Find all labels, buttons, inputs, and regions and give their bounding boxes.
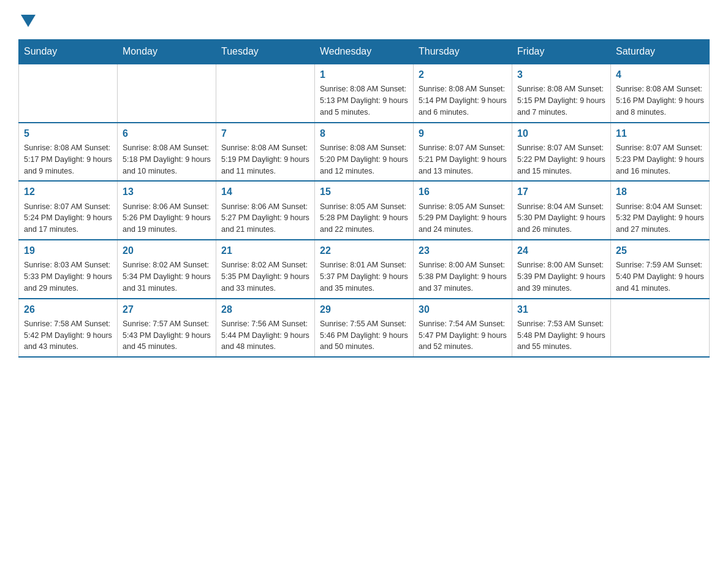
day-number: 27 [123, 303, 211, 316]
day-info: Sunrise: 8:07 AM Sunset: 5:24 PM Dayligh… [24, 201, 112, 236]
calendar-cell: 29Sunrise: 7:55 AM Sunset: 5:46 PM Dayli… [315, 299, 414, 358]
logo-triangle-icon [21, 15, 36, 27]
calendar-cell: 21Sunrise: 8:02 AM Sunset: 5:35 PM Dayli… [216, 240, 315, 299]
calendar-cell: 18Sunrise: 8:04 AM Sunset: 5:32 PM Dayli… [611, 181, 710, 240]
day-info: Sunrise: 8:07 AM Sunset: 5:22 PM Dayligh… [517, 142, 605, 177]
day-number: 4 [616, 68, 704, 82]
calendar-week-row: 1Sunrise: 8:08 AM Sunset: 5:13 PM Daylig… [19, 64, 710, 123]
day-number: 3 [517, 68, 605, 82]
page-header [18, 12, 710, 27]
calendar-cell [611, 299, 710, 358]
day-number: 2 [419, 68, 507, 82]
day-info: Sunrise: 8:03 AM Sunset: 5:33 PM Dayligh… [24, 259, 112, 294]
calendar-cell: 3Sunrise: 8:08 AM Sunset: 5:15 PM Daylig… [512, 64, 611, 123]
day-number: 12 [24, 185, 112, 199]
day-info: Sunrise: 7:56 AM Sunset: 5:44 PM Dayligh… [221, 318, 309, 353]
day-number: 25 [616, 244, 704, 258]
day-number: 11 [616, 127, 704, 140]
day-info: Sunrise: 8:08 AM Sunset: 5:19 PM Dayligh… [221, 142, 309, 177]
calendar-cell: 15Sunrise: 8:05 AM Sunset: 5:28 PM Dayli… [315, 181, 414, 240]
calendar-cell: 30Sunrise: 7:54 AM Sunset: 5:47 PM Dayli… [414, 299, 512, 358]
day-number: 13 [123, 185, 211, 199]
column-header-tuesday: Tuesday [216, 40, 315, 64]
calendar-cell: 27Sunrise: 7:57 AM Sunset: 5:43 PM Dayli… [118, 299, 216, 358]
day-number: 31 [517, 303, 605, 316]
day-info: Sunrise: 8:07 AM Sunset: 5:23 PM Dayligh… [616, 142, 704, 177]
calendar-cell: 9Sunrise: 8:07 AM Sunset: 5:21 PM Daylig… [414, 123, 512, 182]
calendar-week-row: 12Sunrise: 8:07 AM Sunset: 5:24 PM Dayli… [19, 181, 710, 240]
day-info: Sunrise: 7:59 AM Sunset: 5:40 PM Dayligh… [616, 259, 704, 294]
day-info: Sunrise: 8:08 AM Sunset: 5:16 PM Dayligh… [616, 83, 704, 118]
column-header-wednesday: Wednesday [315, 40, 414, 64]
day-number: 6 [123, 127, 211, 140]
day-info: Sunrise: 7:58 AM Sunset: 5:42 PM Dayligh… [24, 318, 112, 353]
day-info: Sunrise: 8:07 AM Sunset: 5:21 PM Dayligh… [419, 142, 507, 177]
day-number: 28 [221, 303, 309, 316]
day-info: Sunrise: 8:08 AM Sunset: 5:14 PM Dayligh… [419, 83, 507, 118]
day-info: Sunrise: 8:06 AM Sunset: 5:27 PM Dayligh… [221, 201, 309, 236]
day-number: 15 [320, 185, 408, 199]
day-number: 23 [419, 244, 507, 258]
calendar-cell: 20Sunrise: 8:02 AM Sunset: 5:34 PM Dayli… [118, 240, 216, 299]
day-info: Sunrise: 8:02 AM Sunset: 5:35 PM Dayligh… [221, 259, 309, 294]
column-header-monday: Monday [118, 40, 216, 64]
calendar-cell: 12Sunrise: 8:07 AM Sunset: 5:24 PM Dayli… [19, 181, 118, 240]
day-number: 14 [221, 185, 309, 199]
calendar-cell: 26Sunrise: 7:58 AM Sunset: 5:42 PM Dayli… [19, 299, 118, 358]
calendar-cell [118, 64, 216, 123]
logo [18, 12, 36, 27]
column-header-thursday: Thursday [414, 40, 512, 64]
column-header-friday: Friday [512, 40, 611, 64]
calendar-cell: 28Sunrise: 7:56 AM Sunset: 5:44 PM Dayli… [216, 299, 315, 358]
day-number: 21 [221, 244, 309, 258]
calendar-cell: 31Sunrise: 7:53 AM Sunset: 5:48 PM Dayli… [512, 299, 611, 358]
day-info: Sunrise: 8:08 AM Sunset: 5:13 PM Dayligh… [320, 83, 408, 118]
day-number: 22 [320, 244, 408, 258]
day-number: 26 [24, 303, 112, 316]
calendar-header-row: SundayMondayTuesdayWednesdayThursdayFrid… [19, 40, 710, 64]
day-info: Sunrise: 7:54 AM Sunset: 5:47 PM Dayligh… [419, 318, 507, 353]
column-header-saturday: Saturday [611, 40, 710, 64]
day-number: 9 [419, 127, 507, 140]
day-number: 7 [221, 127, 309, 140]
calendar-cell: 11Sunrise: 8:07 AM Sunset: 5:23 PM Dayli… [611, 123, 710, 182]
day-info: Sunrise: 8:04 AM Sunset: 5:30 PM Dayligh… [517, 201, 605, 236]
day-number: 1 [320, 68, 408, 82]
calendar-cell: 2Sunrise: 8:08 AM Sunset: 5:14 PM Daylig… [414, 64, 512, 123]
calendar-table: SundayMondayTuesdayWednesdayThursdayFrid… [18, 39, 710, 358]
calendar-cell: 17Sunrise: 8:04 AM Sunset: 5:30 PM Dayli… [512, 181, 611, 240]
day-info: Sunrise: 8:06 AM Sunset: 5:26 PM Dayligh… [123, 201, 211, 236]
day-number: 8 [320, 127, 408, 140]
column-header-sunday: Sunday [19, 40, 118, 64]
calendar-cell: 22Sunrise: 8:01 AM Sunset: 5:37 PM Dayli… [315, 240, 414, 299]
calendar-cell: 7Sunrise: 8:08 AM Sunset: 5:19 PM Daylig… [216, 123, 315, 182]
calendar-cell: 25Sunrise: 7:59 AM Sunset: 5:40 PM Dayli… [611, 240, 710, 299]
day-number: 30 [419, 303, 507, 316]
calendar-cell: 6Sunrise: 8:08 AM Sunset: 5:18 PM Daylig… [118, 123, 216, 182]
day-number: 18 [616, 185, 704, 199]
day-info: Sunrise: 8:01 AM Sunset: 5:37 PM Dayligh… [320, 259, 408, 294]
day-number: 19 [24, 244, 112, 258]
day-number: 29 [320, 303, 408, 316]
day-info: Sunrise: 8:02 AM Sunset: 5:34 PM Dayligh… [123, 259, 211, 294]
day-info: Sunrise: 8:05 AM Sunset: 5:28 PM Dayligh… [320, 201, 408, 236]
calendar-cell [216, 64, 315, 123]
day-info: Sunrise: 8:00 AM Sunset: 5:38 PM Dayligh… [419, 259, 507, 294]
calendar-cell: 5Sunrise: 8:08 AM Sunset: 5:17 PM Daylig… [19, 123, 118, 182]
calendar-week-row: 5Sunrise: 8:08 AM Sunset: 5:17 PM Daylig… [19, 123, 710, 182]
day-info: Sunrise: 8:08 AM Sunset: 5:20 PM Dayligh… [320, 142, 408, 177]
day-info: Sunrise: 8:08 AM Sunset: 5:18 PM Dayligh… [123, 142, 211, 177]
day-info: Sunrise: 8:00 AM Sunset: 5:39 PM Dayligh… [517, 259, 605, 294]
day-number: 5 [24, 127, 112, 140]
calendar-week-row: 26Sunrise: 7:58 AM Sunset: 5:42 PM Dayli… [19, 299, 710, 358]
day-number: 17 [517, 185, 605, 199]
calendar-cell: 23Sunrise: 8:00 AM Sunset: 5:38 PM Dayli… [414, 240, 512, 299]
day-number: 10 [517, 127, 605, 140]
calendar-cell: 19Sunrise: 8:03 AM Sunset: 5:33 PM Dayli… [19, 240, 118, 299]
day-info: Sunrise: 7:53 AM Sunset: 5:48 PM Dayligh… [517, 318, 605, 353]
day-number: 24 [517, 244, 605, 258]
calendar-week-row: 19Sunrise: 8:03 AM Sunset: 5:33 PM Dayli… [19, 240, 710, 299]
calendar-cell: 8Sunrise: 8:08 AM Sunset: 5:20 PM Daylig… [315, 123, 414, 182]
day-number: 20 [123, 244, 211, 258]
day-number: 16 [419, 185, 507, 199]
